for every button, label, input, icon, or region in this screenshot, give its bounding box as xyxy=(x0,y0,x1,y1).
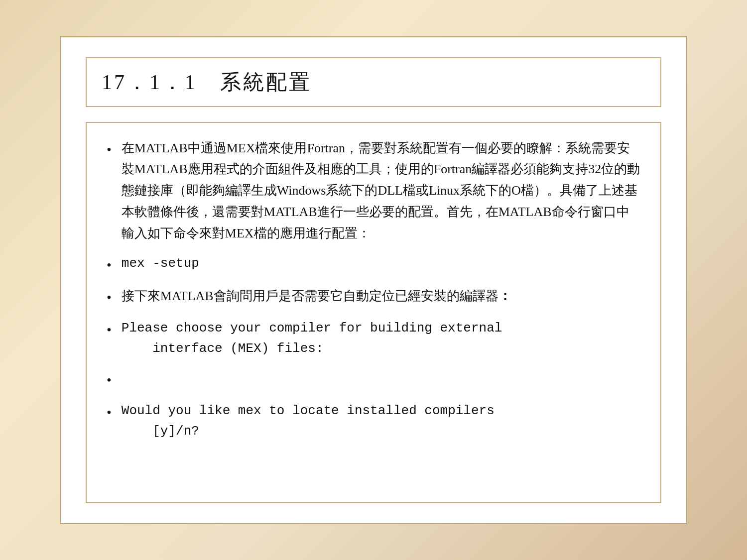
bullet-list: • 在MATLAB中通過MEX檔來使用Fortran，需要對系統配置有一個必要的… xyxy=(107,138,640,442)
list-item: • Please choose your compiler for buildi… xyxy=(107,318,640,359)
list-item: • mex -setup xyxy=(107,253,640,277)
bullet-dot: • xyxy=(107,402,112,424)
bullet-content: Please choose your compiler for building… xyxy=(122,318,640,359)
bullet-dot: • xyxy=(107,319,112,341)
list-item: • Would you like mex to locate installed… xyxy=(107,401,640,442)
bullet-dot: • xyxy=(107,254,112,277)
title-box: 17．1．1 系統配置 xyxy=(86,57,661,107)
content-box: • 在MATLAB中通過MEX檔來使用Fortran，需要對系統配置有一個必要的… xyxy=(86,122,661,503)
list-item: • 接下來MATLAB會詢問用戶是否需要它自動定位已經安裝的編譯器： xyxy=(107,286,640,309)
word-to: to xyxy=(269,403,284,418)
list-item-empty: • xyxy=(107,368,640,392)
bullet-dot: • xyxy=(107,287,112,309)
bullet-content-empty xyxy=(122,368,640,389)
bullet-dot: • xyxy=(107,139,112,161)
list-item: • 在MATLAB中通過MEX檔來使用Fortran，需要對系統配置有一個必要的… xyxy=(107,138,640,244)
bullet-content: 接下來MATLAB會詢問用戶是否需要它自動定位已經安裝的編譯器： xyxy=(122,286,640,307)
bullet-content: Would you like mex to locate installed c… xyxy=(122,401,640,442)
slide-container: 17．1．1 系統配置 • 在MATLAB中通過MEX檔來使用Fortran，需… xyxy=(60,36,687,524)
slide-title: 17．1．1 系統配置 xyxy=(102,68,645,96)
bullet-content: mex -setup xyxy=(122,253,640,274)
bullet-dot: • xyxy=(107,369,112,392)
bullet-content: 在MATLAB中通過MEX檔來使用Fortran，需要對系統配置有一個必要的瞭解… xyxy=(122,138,640,244)
